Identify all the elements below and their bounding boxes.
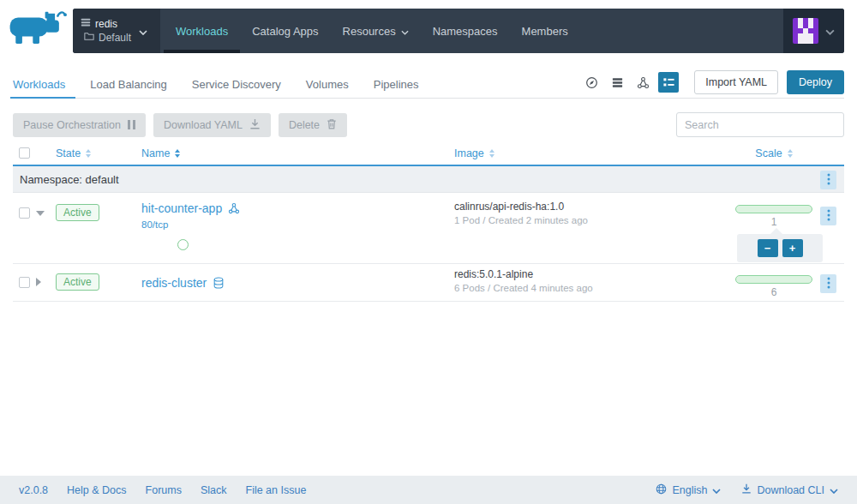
- globe-icon: [656, 483, 667, 497]
- workload-name: redis-cluster: [141, 276, 207, 290]
- column-header-image[interactable]: Image: [454, 147, 494, 159]
- download-yaml-button[interactable]: Download YAML: [153, 113, 271, 137]
- user-menu[interactable]: [783, 9, 844, 53]
- cluster-project-selector[interactable]: redis Default: [73, 9, 160, 53]
- row-checkbox[interactable]: [19, 207, 30, 219]
- rancher-logo[interactable]: [9, 9, 69, 49]
- select-all-checkbox[interactable]: [19, 147, 30, 159]
- trash-icon: [327, 118, 337, 132]
- status-badge: Active: [56, 273, 99, 291]
- button-label: Pause Orchestration: [23, 119, 121, 131]
- port-link[interactable]: 80/tcp: [141, 219, 240, 230]
- image-meta: 1 Pod / Created 2 minutes ago: [454, 215, 588, 225]
- version-label[interactable]: v2.0.8: [19, 484, 48, 496]
- search-input[interactable]: [676, 112, 844, 137]
- image-cell: redis:5.0.1-alpine 6 Pods / Created 4 mi…: [454, 268, 593, 293]
- bulk-action-bar: Pause Orchestration Download YAML Delete: [13, 112, 844, 137]
- scale-up-button[interactable]: +: [782, 239, 803, 257]
- cluster-name: redis: [95, 17, 117, 31]
- scale-value: 6: [771, 286, 777, 298]
- nav-item-workloads[interactable]: Workloads: [164, 9, 240, 53]
- nav-label: Namespaces: [433, 25, 498, 38]
- column-label: Image: [454, 147, 484, 159]
- scale-value: 1: [771, 216, 777, 228]
- dots-vertical-icon: [827, 173, 830, 188]
- workload-link[interactable]: redis-cluster: [141, 276, 225, 291]
- scale-down-button[interactable]: −: [758, 239, 778, 257]
- namespace-menu-button[interactable]: [820, 171, 836, 189]
- view-toggle-group: [581, 72, 679, 93]
- column-header-state[interactable]: State: [56, 147, 91, 159]
- column-label: Scale: [755, 147, 782, 159]
- compass-view-icon[interactable]: [581, 72, 602, 93]
- dots-vertical-icon: [827, 209, 830, 224]
- scale-capsule: [735, 275, 812, 284]
- nav-label: Workloads: [176, 25, 228, 38]
- table-header: State Name Image Scale: [13, 143, 844, 166]
- row-checkbox[interactable]: [19, 277, 30, 288]
- hierarchy-view-icon[interactable]: [632, 72, 653, 93]
- folder-icon: [84, 31, 94, 45]
- nav-label: Members: [522, 25, 568, 38]
- scale-popover: − +: [737, 234, 823, 262]
- language-label: English: [672, 484, 707, 496]
- deploy-button[interactable]: Deploy: [787, 70, 844, 94]
- footer-link-file-an-issue[interactable]: File an Issue: [246, 484, 307, 496]
- tab-volumes[interactable]: Volumes: [306, 70, 349, 98]
- language-selector[interactable]: English: [656, 483, 721, 497]
- nav-item-members[interactable]: Members: [510, 9, 580, 53]
- button-label: Delete: [289, 119, 320, 131]
- workload-name: hit-counter-app: [141, 201, 222, 215]
- nav-label: Resources: [343, 25, 396, 38]
- scale-cell: 6: [735, 275, 812, 298]
- image-cell: calinrus/api-redis-ha:1.0 1 Pod / Create…: [454, 201, 588, 225]
- image-name: redis:5.0.1-alpine: [454, 268, 593, 280]
- workload-link[interactable]: hit-counter-app: [141, 201, 240, 216]
- project-name: Default: [99, 31, 131, 45]
- dots-vertical-icon: [827, 277, 830, 291]
- nav-items: Workloads Catalog Apps Resources Namespa…: [164, 9, 580, 53]
- row-menu-button[interactable]: [820, 274, 836, 293]
- workloads-table: State Name Image Scale Namespace: defaul…: [13, 143, 844, 302]
- tab-service-discovery[interactable]: Service Discovery: [192, 70, 281, 98]
- sort-icon: [788, 149, 793, 158]
- tab-label: Workloads: [13, 78, 65, 91]
- nav-item-resources[interactable]: Resources: [331, 9, 421, 53]
- cluster-icon: [81, 17, 91, 31]
- column-header-name[interactable]: Name: [141, 147, 180, 159]
- section-tabbar: Workloads Load Balancing Service Discove…: [13, 70, 844, 99]
- tab-label: Pipelines: [374, 78, 419, 91]
- pod-status-circle[interactable]: [177, 239, 189, 250]
- pause-orchestration-button[interactable]: Pause Orchestration: [13, 113, 146, 137]
- namespace-label: Namespace: default: [20, 173, 119, 186]
- nav-item-namespaces[interactable]: Namespaces: [421, 9, 510, 53]
- grouped-view-icon[interactable]: [658, 72, 679, 93]
- table-row: Active hit-counter-app 80/tcp calinrus/a…: [13, 193, 844, 264]
- tab-load-balancing[interactable]: Load Balancing: [90, 70, 167, 98]
- image-meta: 6 Pods / Created 4 minutes ago: [454, 283, 593, 293]
- import-yaml-button[interactable]: Import YAML: [694, 70, 778, 94]
- sort-icon: [175, 149, 180, 158]
- footer-link-help-docs[interactable]: Help & Docs: [67, 484, 126, 496]
- top-bar: redis Default Workloads Catalog Apps: [0, 0, 857, 53]
- chevron-down-icon: [401, 25, 409, 38]
- download-cli-menu[interactable]: Download CLI: [741, 483, 838, 496]
- footer-link-forums[interactable]: Forums: [146, 484, 182, 496]
- column-label: Name: [141, 147, 170, 159]
- main-navbar: redis Default Workloads Catalog Apps: [73, 9, 844, 53]
- button-label: Download YAML: [164, 119, 243, 131]
- status-badge: Active: [56, 204, 99, 221]
- collapse-caret-icon[interactable]: [36, 211, 45, 216]
- column-header-scale[interactable]: Scale: [735, 147, 812, 159]
- delete-button[interactable]: Delete: [279, 113, 347, 137]
- nav-item-catalog-apps[interactable]: Catalog Apps: [240, 9, 330, 53]
- expand-caret-icon[interactable]: [36, 278, 41, 286]
- footer-link-slack[interactable]: Slack: [201, 484, 227, 496]
- tab-workloads[interactable]: Workloads: [13, 70, 65, 98]
- tab-pipelines[interactable]: Pipelines: [374, 70, 419, 98]
- row-menu-button[interactable]: [820, 207, 836, 225]
- rows-view-icon[interactable]: [607, 72, 627, 93]
- table-row: Active redis-cluster redis:5.0.1-alpine …: [13, 264, 844, 302]
- tab-actions: Import YAML Deploy: [581, 70, 844, 98]
- footer-right: English Download CLI: [656, 483, 838, 497]
